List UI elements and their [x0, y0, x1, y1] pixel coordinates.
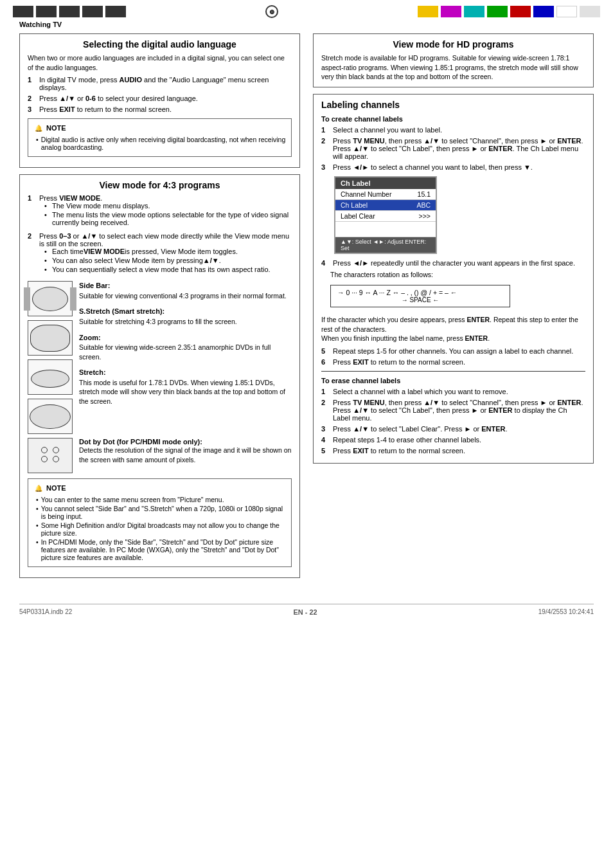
ch-label-chlabel-value: ABC	[416, 201, 431, 209]
erase-step-content-4: Repeat steps 1-4 to erase other channel …	[333, 436, 585, 444]
stretch-desc: Stretch: This mode is useful for 1.78:1 …	[79, 368, 292, 406]
create-step-6: 6 Press EXIT to return to the normal scr…	[321, 358, 585, 366]
erase-step-1: 1 Select a channel with a label which yo…	[321, 388, 585, 395]
vm43-note-4: In PC/HDMI Mode, only the "Side Bar", "S…	[36, 538, 286, 561]
vm43-note-label: NOTE	[46, 484, 66, 492]
bar-cyan	[464, 6, 484, 17]
stretch-text: This mode is useful for 1.78:1 DVDs. Whe…	[79, 379, 285, 405]
char-sequence: → 0 ··· 9 ↔ A ··· Z ↔ – . , () @ / + = –…	[337, 289, 503, 296]
create-step-num-1: 1	[321, 126, 330, 134]
erase-step-num-5: 5	[321, 447, 330, 455]
ch-label-clear-label: Label Clear	[341, 212, 375, 220]
bar-seg-1	[13, 6, 33, 17]
ch-label-num-value: 15.1	[418, 190, 431, 198]
page-content: Watching TV Selecting the digital audio …	[0, 21, 613, 604]
erase-step-content-5: Press EXIT to return to the normal scree…	[333, 447, 585, 455]
vm43-note-list: You can enter to the same menu screen fr…	[33, 496, 286, 561]
ch-label-spacer	[335, 222, 436, 237]
ch-label-box: Ch Label Channel Number 15.1 Ch Label AB…	[334, 176, 437, 254]
bar-white	[556, 6, 577, 17]
create-step-content-6: Press EXIT to return to the normal scree…	[333, 358, 585, 366]
vm43-note-icon: 🔔	[33, 483, 44, 493]
col-left: Selecting the digital audio language Whe…	[19, 33, 300, 584]
vm43-step-2: 2 Press 0–3 or ▲/▼ to select each view m…	[28, 232, 292, 276]
bar-left	[13, 6, 126, 17]
erase-step-content-2: Press TV MENU, then press ▲/▼ to select …	[333, 399, 585, 422]
labeling-channels-title: Labeling channels	[321, 100, 585, 110]
ch-label-chlabel-label: Ch Label	[341, 201, 368, 209]
ch-label-footer: ▲▼: Select ◄►: Adjust ENTER: Set	[335, 237, 436, 253]
vm43-step1-b2: The menu lists the view mode options sel…	[44, 211, 292, 226]
bar-seg-3	[59, 6, 80, 17]
bar-green	[487, 6, 508, 17]
erase-step-num-3: 3	[321, 425, 330, 433]
dot-circles-bot	[41, 456, 59, 462]
digital-audio-intro: When two or more audio languages are inc…	[28, 53, 292, 72]
create-step-content-5: Repeat steps 1-5 for other channels. You…	[333, 347, 585, 355]
step-content-3: Press EXIT to return to the normal scree…	[39, 105, 292, 113]
create-step-num-2: 2	[321, 137, 330, 160]
create-step-content-4: Press ◄/► repeatedly until the character…	[333, 259, 585, 267]
bar-light	[580, 6, 600, 17]
ch-label-row-number: Channel Number 15.1	[335, 189, 436, 200]
vm43-step-content-1: Press VIEW MODE. The View mode menu disp…	[39, 194, 292, 229]
footer-date: 19/4/2553 10:24:41	[538, 608, 594, 616]
digital-audio-step-2: 2 Press ▲/▼ or 0-6 to select your desire…	[28, 95, 292, 102]
vm43-step2-b3: You can sequentially select a view mode …	[44, 266, 292, 273]
dot-c1	[41, 447, 48, 453]
dotbydot-label: Dot by Dot (for PC/HDMI mode only):	[79, 438, 292, 446]
vm43-note-title: 🔔 NOTE	[33, 483, 286, 493]
digital-audio-step-3: 3 Press EXIT to return to the normal scr…	[28, 105, 292, 113]
main-two-col: Selecting the digital audio language Whe…	[19, 33, 594, 584]
bar-yellow	[418, 6, 438, 17]
dot-c4	[53, 456, 59, 462]
create-step-num-4: 4	[321, 259, 330, 267]
sstretch-image	[28, 320, 73, 356]
view-mode-43-section: View mode for 4:3 programs 1 Press VIEW …	[19, 174, 300, 578]
char-note: If the character which you desire appear…	[321, 315, 585, 343]
vm43-step1-b1: The View mode menu displays.	[44, 202, 292, 210]
erase-step-5: 5 Press EXIT to return to the normal scr…	[321, 447, 585, 455]
labeling-channels-section: Labeling channels To create channel labe…	[313, 94, 594, 464]
bar-seg-4	[82, 6, 103, 17]
step-num-1: 1	[28, 76, 37, 91]
digital-audio-title: Selecting the digital audio language	[28, 39, 292, 50]
bar-right	[418, 6, 600, 17]
sstretch-text: Suitable for stretching 4:3 programs to …	[79, 318, 237, 325]
vm43-step-1: 1 Press VIEW MODE. The View mode menu di…	[28, 194, 292, 229]
page-section-label: Watching TV	[19, 21, 594, 28]
footer-file: 54P0331A.indb 22	[19, 608, 72, 616]
dotbydot-image	[28, 438, 73, 473]
vm43-note-box: 🔔 NOTE You can enter to the same menu sc…	[28, 478, 292, 567]
create-step-num-5: 5	[321, 347, 330, 355]
divider	[321, 371, 585, 372]
erase-step-content-1: Select a channel with a label which you …	[333, 388, 585, 395]
page-footer: 54P0331A.indb 22 EN - 22 19/4/2553 10:24…	[19, 604, 594, 616]
bar-seg-2	[36, 6, 57, 17]
ch-label-ui-wrapper: Ch Label Channel Number 15.1 Ch Label AB…	[334, 176, 585, 254]
view-mode-hd-title: View mode for HD programs	[321, 39, 585, 50]
note-icon: 🔔	[33, 123, 44, 133]
dot-circles-top	[41, 447, 59, 453]
vm43-step2-b1: Each time VIEW MODE is pressed, View Mod…	[44, 248, 292, 255]
create-step-content-1: Select a channel you want to label.	[333, 126, 585, 134]
dot-c2	[53, 447, 59, 453]
create-step-2: 2 Press TV MENU, then press ▲/▼ to selec…	[321, 137, 585, 160]
sidebar-image	[28, 281, 73, 316]
create-step-3: 3 Press ◄/► to select a channel you want…	[321, 163, 585, 171]
note-list: Digital audio is active only when receiv…	[33, 136, 286, 151]
header-bar: ⊕	[0, 0, 613, 21]
vm43-step-num-1: 1	[28, 194, 37, 229]
dotbydot-text: Detects the resolution of the signal of …	[79, 446, 292, 464]
note-label: NOTE	[46, 124, 66, 132]
erase-step-content-3: Press ▲/▼ to select "Label Clear". Press…	[333, 425, 585, 433]
note-title: 🔔 NOTE	[33, 123, 286, 133]
bar-blue	[533, 6, 554, 17]
erase-channel-heading: To erase channel labels	[321, 377, 585, 384]
zoom-desc: Zoom: Suitable for viewing wide-screen 2…	[79, 333, 292, 362]
bar-seg-5	[105, 6, 126, 17]
digital-audio-note: 🔔 NOTE Digital audio is active only when…	[28, 118, 292, 157]
erase-step-num-4: 4	[321, 436, 330, 444]
view-mode-43-title: View mode for 4:3 programs	[28, 180, 292, 190]
ch-label-num-label: Channel Number	[341, 190, 391, 198]
